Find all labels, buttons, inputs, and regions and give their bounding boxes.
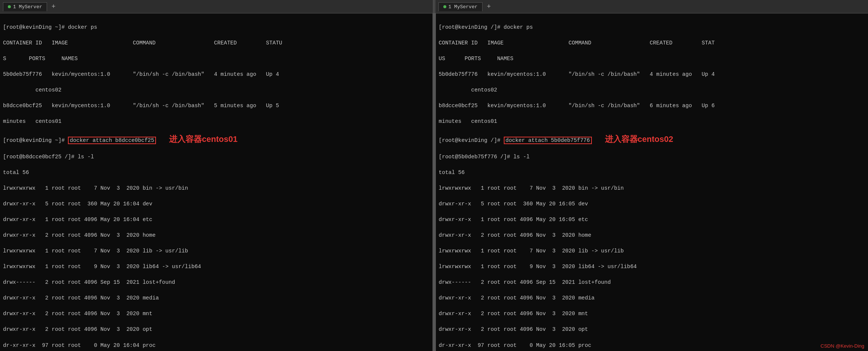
left-line-7: minutes centos01 — [3, 118, 430, 125]
left-terminal: [root@kevinDing ~]# docker ps CONTAINER … — [3, 16, 430, 351]
left-tab[interactable]: 1 MyServer — [3, 2, 47, 11]
right-line-6: b8dcce0bcf25 kevin/mycentos:1.0 "/bin/sh… — [439, 102, 865, 110]
left-panel[interactable]: [root@kevinDing ~]# docker ps CONTAINER … — [0, 13, 434, 351]
right-panel-topbar: 1 MyServer + — [435, 0, 868, 13]
right-line-7: minutes centos01 — [439, 118, 865, 125]
left-line-17: drwx------ 2 root root 4096 Sep 15 2021 … — [3, 279, 430, 286]
right-line-20: drwxr-xr-x 2 root root 4096 Nov 3 2020 o… — [439, 326, 865, 333]
right-line-15: lrwxrwxrwx 1 root root 7 Nov 3 2020 lib … — [439, 247, 865, 255]
right-line-17: drwx------ 2 root root 4096 Sep 15 2021 … — [439, 279, 865, 286]
right-new-tab-button[interactable]: + — [484, 3, 494, 10]
left-annotation-centos01: 进入容器centos01 — [169, 134, 237, 144]
left-line-5: centos02 — [3, 86, 430, 94]
left-line-10: total 56 — [3, 169, 430, 177]
right-line-2: CONTAINER ID IMAGE COMMAND CREATED STAT — [439, 39, 865, 47]
right-tab-label: 1 MyServer — [449, 4, 478, 10]
left-line-8: [root@kevinDing ~]# docker attach b8dcce… — [3, 133, 430, 145]
right-line-11: lrwxrwxrwx 1 root root 7 Nov 3 2020 bin … — [439, 184, 865, 192]
left-line-20: drwxr-xr-x 2 root root 4096 Nov 3 2020 o… — [3, 326, 430, 333]
right-line-16: lrwxrwxrwx 1 root root 9 Nov 3 2020 lib6… — [439, 263, 865, 271]
right-line-19: drwxr-xr-x 2 root root 4096 Nov 3 2020 m… — [439, 310, 865, 318]
panels-container: [root@kevinDing ~]# docker ps CONTAINER … — [0, 13, 868, 351]
left-line-4: 5b0deb75f776 kevin/mycentos:1.0 "/bin/sh… — [3, 71, 430, 78]
left-line-18: drwxr-xr-x 2 root root 4096 Nov 3 2020 m… — [3, 294, 430, 302]
right-attach-cmd-box: docker attach 5b0deb75f776 — [504, 137, 592, 144]
right-terminal: [root@kevinDing /]# docker ps CONTAINER … — [439, 16, 865, 351]
left-line-11: lrwxrwxrwx 1 root root 7 Nov 3 2020 bin … — [3, 184, 430, 192]
watermark: CSDN @Kevin-Ding — [821, 343, 864, 349]
left-line-3: S PORTS NAMES — [3, 55, 430, 63]
right-line-1: [root@kevinDing /]# docker ps — [439, 24, 865, 31]
right-line-8: [root@kevinDing /]# docker attach 5b0deb… — [439, 133, 865, 145]
left-line-16: lrwxrwxrwx 1 root root 9 Nov 3 2020 lib6… — [3, 263, 430, 271]
right-line-10: total 56 — [439, 169, 865, 177]
right-line-4: 5b0deb75f776 kevin/mycentos:1.0 "/bin/sh… — [439, 71, 865, 78]
right-tab[interactable]: 1 MyServer — [438, 2, 483, 11]
left-line-21: dr-xr-xr-x 97 root root 0 May 20 16:04 p… — [3, 342, 430, 350]
right-line-18: drwxr-xr-x 2 root root 4096 Nov 3 2020 m… — [439, 294, 865, 302]
right-tab-status-dot — [443, 5, 446, 8]
left-attach-cmd-box: docker attach b8dcce0bcf25 — [68, 137, 156, 144]
right-panel[interactable]: [root@kevinDing /]# docker ps CONTAINER … — [436, 13, 868, 351]
left-line-13: drwxr-xr-x 1 root root 4096 May 20 16:04… — [3, 216, 430, 224]
left-panel-topbar: 1 MyServer + — [0, 0, 433, 13]
left-line-14: drwxr-xr-x 2 root root 4096 Nov 3 2020 h… — [3, 232, 430, 239]
left-line-6: b8dcce0bcf25 kevin/mycentos:1.0 "/bin/sh… — [3, 102, 430, 110]
right-line-14: drwxr-xr-x 2 root root 4096 Nov 3 2020 h… — [439, 232, 865, 239]
right-annotation-centos02: 进入容器centos02 — [605, 134, 673, 144]
left-tab-label: 1 MyServer — [13, 4, 42, 10]
tab-status-dot — [8, 5, 11, 8]
right-line-9: [root@5b0deb75f776 /]# ls -l — [439, 153, 865, 161]
left-line-19: drwxr-xr-x 2 root root 4096 Nov 3 2020 m… — [3, 310, 430, 318]
left-line-9: [root@b8dcce0bcf25 /]# ls -l — [3, 153, 430, 161]
left-line-12: drwxr-xr-x 5 root root 360 May 20 16:04 … — [3, 200, 430, 208]
left-line-15: lrwxrwxrwx 1 root root 7 Nov 3 2020 lib … — [3, 247, 430, 255]
left-line-2: CONTAINER ID IMAGE COMMAND CREATED STATU — [3, 39, 430, 47]
top-bar: 1 MyServer + 1 MyServer + — [0, 0, 868, 13]
right-line-12: drwxr-xr-x 5 root root 360 May 20 16:05 … — [439, 200, 865, 208]
right-line-21: dr-xr-xr-x 97 root root 0 May 20 16:05 p… — [439, 342, 865, 350]
right-line-13: drwxr-xr-x 1 root root 4096 May 20 16:05… — [439, 216, 865, 224]
left-new-tab-button[interactable]: + — [49, 3, 59, 10]
right-line-3: US PORTS NAMES — [439, 55, 865, 63]
left-line-1: [root@kevinDing ~]# docker ps — [3, 24, 430, 31]
right-line-5: centos02 — [439, 86, 865, 94]
